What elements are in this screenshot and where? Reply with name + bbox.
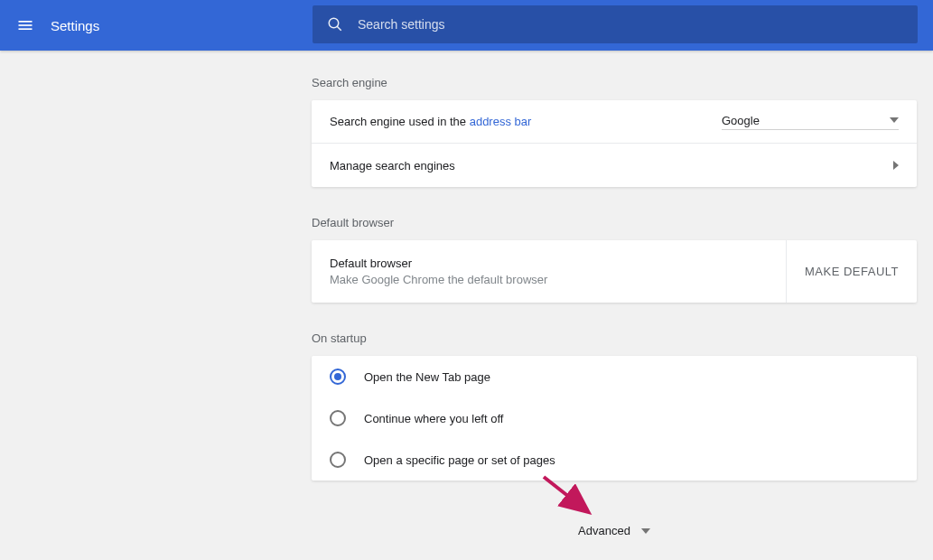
chevron-right-icon — [893, 161, 899, 170]
row-label-search-engine: Search engine used in the address bar — [330, 115, 722, 128]
svg-line-4 — [337, 26, 341, 31]
search-input[interactable] — [358, 17, 903, 32]
radio-label-3: Open a specific page or set of pages — [364, 453, 555, 467]
default-browser-subtitle: Make Google Chrome the default browser — [330, 273, 768, 286]
card-search-engine: Search engine used in the address bar Go… — [312, 100, 917, 187]
radio-label-1: Open the New Tab page — [364, 370, 490, 384]
address-bar-link[interactable]: address bar — [470, 115, 532, 128]
search-engine-dropdown[interactable]: Google — [722, 114, 899, 130]
radio-option-continue[interactable]: Continue where you left off — [312, 397, 917, 439]
section-title-default-browser: Default browser — [312, 216, 919, 229]
row-search-engine-used[interactable]: Search engine used in the address bar Go… — [312, 100, 917, 144]
radio-option-new-tab[interactable]: Open the New Tab page — [312, 356, 917, 397]
advanced-toggle[interactable]: Advanced — [312, 509, 917, 548]
hamburger-icon — [16, 16, 34, 34]
content-area: Search engine Search engine used in the … — [0, 51, 933, 548]
make-default-button[interactable]: MAKE DEFAULT — [786, 240, 917, 303]
card-on-startup: Open the New Tab page Continue where you… — [312, 356, 917, 481]
section-title-on-startup: On startup — [312, 331, 919, 345]
row-manage-search-engines[interactable]: Manage search engines — [312, 144, 917, 187]
svg-rect-2 — [19, 28, 33, 30]
radio-unchecked-icon — [330, 452, 346, 468]
default-browser-text: Default browser Make Google Chrome the d… — [312, 240, 786, 303]
svg-rect-0 — [19, 21, 33, 23]
caret-down-icon — [641, 528, 650, 534]
top-bar: Settings — [0, 0, 933, 51]
caret-down-icon — [890, 117, 899, 123]
svg-rect-1 — [19, 24, 33, 26]
default-browser-title: Default browser — [330, 257, 768, 270]
menu-button[interactable] — [14, 14, 36, 36]
search-box[interactable] — [313, 5, 918, 43]
section-title-search-engine: Search engine — [312, 76, 919, 89]
dropdown-value: Google — [722, 114, 760, 127]
radio-unchecked-icon — [330, 410, 346, 426]
row-label-manage: Manage search engines — [330, 159, 893, 173]
radio-option-specific-page[interactable]: Open a specific page or set of pages — [312, 439, 917, 481]
app-title: Settings — [51, 18, 99, 33]
row-default-browser: Default browser Make Google Chrome the d… — [312, 240, 917, 303]
radio-checked-icon — [330, 369, 346, 385]
radio-label-2: Continue where you left off — [364, 412, 503, 425]
card-default-browser: Default browser Make Google Chrome the d… — [312, 240, 917, 303]
svg-point-3 — [329, 18, 339, 28]
search-engine-prefix: Search engine used in the — [330, 115, 470, 128]
advanced-label: Advanced — [578, 524, 630, 537]
search-icon — [327, 16, 343, 33]
